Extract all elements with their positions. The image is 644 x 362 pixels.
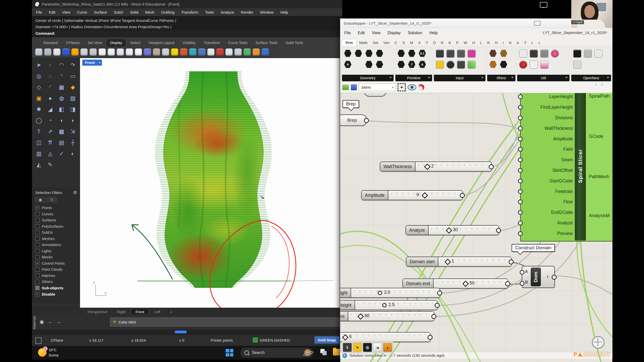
rhino-menu-item[interactable]: Drafting xyxy=(161,10,175,14)
component-icon[interactable]: 7 xyxy=(408,61,415,68)
tool-icon[interactable]: ✱ xyxy=(33,104,44,115)
tool-icon[interactable]: ⇈ xyxy=(45,137,56,148)
slider-layerheight[interactable]: LayerHeight 3.0 xyxy=(340,288,440,298)
viewport-tab[interactable]: + xyxy=(166,309,176,315)
component-icon[interactable] xyxy=(365,61,373,68)
component-tab[interactable]: D xyxy=(431,39,438,46)
component-tab[interactable]: L xyxy=(529,39,536,46)
group-label[interactable]: Geometry xyxy=(342,75,394,81)
output-socket[interactable] xyxy=(435,303,440,308)
component-name-bar[interactable]: Spiral Slicer xyxy=(575,93,586,240)
toolbar-tab[interactable]: Transform xyxy=(200,39,224,47)
component-icon[interactable] xyxy=(489,50,497,57)
input-socket[interactable] xyxy=(518,179,523,183)
slider-icon[interactable] xyxy=(436,50,444,58)
tool-icon[interactable]: ◝ xyxy=(56,71,67,82)
output-socket[interactable] xyxy=(496,228,501,233)
paint-tool-icon[interactable] xyxy=(418,84,424,90)
tool-icon[interactable]: ▥ xyxy=(33,148,44,159)
rhino-menu-item[interactable]: View xyxy=(62,10,70,14)
rhino-menu-item[interactable]: SubD xyxy=(114,10,123,14)
toolbar-tab[interactable]: Display xyxy=(107,39,126,47)
slider-handle[interactable] xyxy=(446,227,452,233)
checkbox[interactable] xyxy=(35,273,40,278)
output-socket[interactable] xyxy=(489,164,494,169)
display-toolbar-icon[interactable] xyxy=(53,48,61,56)
viewport-label[interactable]: Front ▾ xyxy=(82,60,102,66)
group-label[interactable]: Primitive xyxy=(395,75,432,81)
display-toolbar-icon[interactable] xyxy=(216,48,224,56)
filter-row[interactable]: PolySurfaces xyxy=(35,223,79,230)
hexagon-component-icon[interactable]: ◎ xyxy=(363,343,372,352)
display-toolbar-icon[interactable] xyxy=(162,48,169,56)
display-toolbar-icon[interactable] xyxy=(243,48,251,56)
linetype-label[interactable]: GREEN DASHED xyxy=(260,338,290,342)
display-toolbar-icon[interactable] xyxy=(135,48,142,56)
checkbox[interactable] xyxy=(35,286,40,290)
component-icon[interactable]: ✕ xyxy=(344,61,352,68)
component-icon[interactable] xyxy=(376,50,383,57)
output-socket[interactable] xyxy=(364,118,369,123)
display-toolbar-icon[interactable] xyxy=(225,48,233,56)
output-socket[interactable] xyxy=(552,275,557,280)
display-toolbar-icon[interactable] xyxy=(80,48,88,56)
tool-icon[interactable]: ▤ xyxy=(56,137,67,148)
graph-mapper-icon[interactable] xyxy=(436,61,444,69)
tool-icon[interactable]: ◭ xyxy=(33,159,44,170)
filter-row[interactable]: SubDs xyxy=(35,229,79,236)
component-tab[interactable]: Prm xyxy=(342,39,357,46)
display-toolbar-icon[interactable] xyxy=(153,48,160,56)
viewport-tab[interactable]: Left xyxy=(150,309,164,315)
preview-eye-icon[interactable] xyxy=(408,84,416,90)
taskbar-search[interactable]: Search xyxy=(240,348,313,358)
tool-icon[interactable]: ➤ xyxy=(33,60,44,70)
component-icon[interactable] xyxy=(500,50,507,57)
hammer-icon[interactable] xyxy=(584,50,592,58)
tool-icon[interactable]: ┼ xyxy=(67,137,78,148)
input-socket[interactable] xyxy=(518,231,523,236)
slider-analyze[interactable]: Analyze 30 xyxy=(405,225,499,235)
component-icon[interactable]: A xyxy=(419,61,426,68)
input-socket[interactable] xyxy=(518,199,523,204)
zoom-dropdown[interactable]: 346% ▾ xyxy=(359,84,396,91)
tool-icon[interactable]: ◦ xyxy=(45,60,56,70)
rhino-menu-item[interactable]: Mesh xyxy=(145,10,155,14)
input-socket[interactable] xyxy=(518,157,523,162)
rhino-menu-item[interactable]: Surface xyxy=(94,10,107,14)
component-icon[interactable] xyxy=(397,50,405,57)
display-toolbar-icon[interactable] xyxy=(35,48,43,56)
input-socket[interactable] xyxy=(518,115,523,120)
zoom-extents-icon[interactable]: ✛ xyxy=(398,83,406,91)
slider-track[interactable]: 2.5 xyxy=(355,301,437,310)
material-name-field[interactable]: ⚒ Color M03 xyxy=(110,317,370,327)
component-tab[interactable]: H xyxy=(493,39,500,46)
gradient-icon[interactable] xyxy=(468,50,476,58)
tool-icon[interactable]: ▩ xyxy=(56,126,67,137)
output-socket[interactable] xyxy=(460,193,465,198)
tool-icon[interactable]: ▨ xyxy=(67,93,78,104)
component-tab[interactable]: T xyxy=(423,39,430,46)
display-toolbar-icon[interactable] xyxy=(126,48,133,56)
component-tab[interactable]: H xyxy=(470,39,478,46)
input-socket[interactable] xyxy=(518,94,523,99)
tool-icon[interactable]: ⇗ xyxy=(45,126,56,137)
preview-gem-icon[interactable] xyxy=(601,84,603,85)
filter-row[interactable]: Annotations xyxy=(35,242,79,248)
component-tab[interactable]: K xyxy=(446,39,453,46)
tool-icon[interactable]: ✎ xyxy=(45,159,56,170)
toolbar-tab[interactable]: Set View xyxy=(84,39,106,47)
grasshopper-menu-item[interactable]: Display xyxy=(388,31,401,35)
linetype-swatch[interactable] xyxy=(253,338,258,342)
toggle-icon[interactable] xyxy=(446,50,454,58)
component-name-bar[interactable]: Dom xyxy=(531,268,541,286)
open-file-icon[interactable] xyxy=(342,85,349,90)
horizontal-scrollbar[interactable] xyxy=(32,330,342,335)
component-tab[interactable]: T xyxy=(521,39,529,46)
tool-icon[interactable]: ◔ xyxy=(45,115,56,126)
tool-icon[interactable]: ◬ xyxy=(45,148,56,159)
cherry-icon[interactable] xyxy=(519,61,527,69)
checkbox[interactable] xyxy=(35,261,40,265)
flask-icon[interactable] xyxy=(540,61,548,69)
slider-handle[interactable] xyxy=(444,259,451,265)
display-toolbar-icon[interactable] xyxy=(98,48,106,56)
